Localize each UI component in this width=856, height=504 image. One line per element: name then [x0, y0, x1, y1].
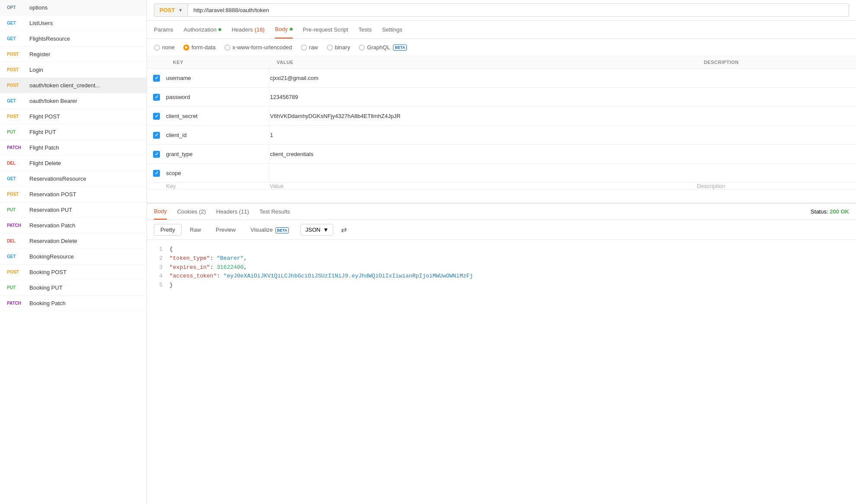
checkbox-icon[interactable]: [153, 151, 160, 158]
sidebar-item-12[interactable]: POST Reservation POST: [0, 187, 147, 202]
checkbox-icon[interactable]: [153, 113, 160, 120]
body-type-form-data[interactable]: form-data: [183, 44, 216, 51]
sidebar-item-label: Flight POST: [29, 113, 60, 120]
json-viewer: 1 { 2 "token_type": "Bearer", 3 "expires…: [147, 240, 856, 504]
method-badge: DEL: [7, 239, 25, 243]
method-badge: GET: [7, 254, 25, 259]
response-section: BodyCookies (2)Headers (11)Test ResultsS…: [147, 203, 856, 504]
sidebar-item-3[interactable]: POST Register: [0, 47, 147, 62]
format-btn-preview[interactable]: Preview: [209, 224, 242, 236]
sidebar-item-label: Reservation POST: [29, 191, 76, 198]
radio-circle: [359, 45, 365, 51]
format-btn-visualize[interactable]: Visualize BETA: [244, 224, 295, 236]
key-cell: client_secret: [166, 107, 270, 126]
checkbox-icon[interactable]: [153, 170, 160, 177]
checkbox-cell[interactable]: [147, 145, 166, 164]
sidebar-item-10[interactable]: DEL Flight Delete: [0, 156, 147, 171]
body-type-raw[interactable]: raw: [301, 44, 318, 51]
request-tab-4[interactable]: Pre-request Script: [303, 21, 348, 38]
sidebar-item-14[interactable]: PATCH Reservation Patch: [0, 218, 147, 233]
sidebar-item-5[interactable]: POST oauth/token client_credent...: [0, 78, 147, 93]
response-tab-1[interactable]: Cookies (2): [177, 204, 206, 219]
body-type-x-www[interactable]: x-www-form-urlencoded: [224, 44, 292, 51]
desc-cell: [697, 69, 856, 88]
body-type-binary[interactable]: binary: [327, 44, 350, 51]
method-badge: PATCH: [7, 145, 25, 150]
sidebar-item-label: oauth/token client_credent...: [29, 82, 100, 89]
format-btn-raw[interactable]: Raw: [183, 224, 208, 236]
checkbox-icon[interactable]: [153, 94, 160, 101]
wrap-button[interactable]: ⇄: [337, 223, 351, 236]
sidebar-item-label: Flight PUT: [29, 129, 56, 135]
request-tab-0[interactable]: Params: [154, 21, 173, 38]
sidebar-item-11[interactable]: GET ReservationsResource: [0, 171, 147, 187]
sidebar-item-15[interactable]: DEL Reservation Delete: [0, 233, 147, 249]
body-type-none[interactable]: none: [154, 44, 175, 51]
method-badge: POST: [7, 83, 25, 88]
empty-key-cell[interactable]: Key: [166, 183, 270, 190]
sidebar-item-1[interactable]: GET ListUsers: [0, 16, 147, 31]
response-tab-3[interactable]: Test Results: [259, 204, 290, 219]
empty-checkbox-cell: [147, 183, 166, 190]
request-tab-1[interactable]: Authorization: [184, 21, 221, 38]
checkbox-icon[interactable]: [153, 132, 160, 139]
body-type-label: raw: [309, 44, 318, 51]
tab-label: Headers: [232, 26, 253, 33]
val-cell: V6hVKDdamhyDGKsNFjy4327hA8b4ETllmhZ4JpJR: [270, 107, 697, 126]
format-btn-pretty[interactable]: Pretty: [154, 224, 182, 236]
empty-desc-cell[interactable]: Description: [697, 183, 856, 190]
checkbox-cell[interactable]: [147, 164, 166, 183]
tab-count: (16): [255, 26, 265, 33]
response-tab-0[interactable]: Body: [154, 204, 167, 220]
sidebar-item-19[interactable]: PATCH Booking Patch: [0, 296, 147, 311]
body-type-graphql[interactable]: GraphQLBETA: [359, 44, 407, 51]
body-type-label: form-data: [192, 44, 216, 51]
sidebar-item-2[interactable]: GET FlightsResource: [0, 31, 147, 47]
url-input[interactable]: [188, 3, 849, 17]
json-type-select[interactable]: JSON▼: [300, 224, 333, 236]
main-panel: POST ▼ ParamsAuthorizationHeaders(16)Bod…: [147, 0, 856, 504]
request-tab-2[interactable]: Headers(16): [232, 21, 265, 38]
sidebar-item-18[interactable]: PUT Booking PUT: [0, 280, 147, 296]
checkbox-icon[interactable]: [153, 75, 160, 82]
tab-dot: [290, 28, 293, 31]
desc-cell: [697, 126, 856, 145]
chevron-down-icon: ▼: [323, 226, 329, 233]
checkbox-cell[interactable]: [147, 126, 166, 145]
response-tab-2[interactable]: Headers (11): [216, 204, 249, 219]
sidebar-item-16[interactable]: GET BookingResource: [0, 249, 147, 265]
method-badge: PUT: [7, 207, 25, 212]
request-tab-3[interactable]: Body: [275, 21, 293, 38]
body-type-row: noneform-datax-www-form-urlencodedrawbin…: [147, 39, 856, 56]
sidebar-item-label: Login: [29, 67, 43, 73]
sidebar-item-label: ListUsers: [29, 20, 53, 26]
response-tabs-row: BodyCookies (2)Headers (11)Test ResultsS…: [147, 204, 856, 220]
tab-label: Pre-request Script: [303, 26, 348, 33]
desc-cell: [697, 107, 856, 126]
form-row-0: username cjxxi21@gmail.com: [147, 69, 856, 88]
key-cell: grant_type: [166, 145, 270, 164]
checkbox-cell[interactable]: [147, 69, 166, 88]
method-badge: PUT: [7, 285, 25, 290]
sidebar-item-9[interactable]: PATCH Flight Patch: [0, 140, 147, 156]
tab-label: Authorization: [184, 26, 217, 33]
body-type-label: x-www-form-urlencoded: [233, 44, 292, 51]
sidebar-item-17[interactable]: POST Booking POST: [0, 265, 147, 280]
json-type-label: JSON: [305, 226, 320, 233]
method-select[interactable]: POST ▼: [154, 3, 188, 17]
request-tab-5[interactable]: Tests: [358, 21, 371, 38]
empty-val-cell[interactable]: Value: [270, 183, 697, 190]
sidebar-item-0[interactable]: OPT options: [0, 0, 147, 16]
sidebar-item-7[interactable]: POST Flight POST: [0, 109, 147, 124]
sidebar-item-4[interactable]: POST Login: [0, 62, 147, 78]
sidebar-item-8[interactable]: PUT Flight PUT: [0, 124, 147, 140]
sidebar-item-6[interactable]: GET oauth/token Bearer: [0, 93, 147, 109]
request-tab-6[interactable]: Settings: [382, 21, 402, 38]
val-cell: client_credentials: [270, 145, 697, 164]
checkbox-cell[interactable]: [147, 107, 166, 126]
radio-circle: [154, 45, 160, 51]
checkbox-cell[interactable]: [147, 88, 166, 107]
form-row-3: client_id 1: [147, 126, 856, 145]
sidebar-item-13[interactable]: PUT Reservation PUT: [0, 202, 147, 218]
line-content: "access_token": "eyJ0eXAiOiJKV1QiLCJhbGc…: [169, 272, 473, 281]
